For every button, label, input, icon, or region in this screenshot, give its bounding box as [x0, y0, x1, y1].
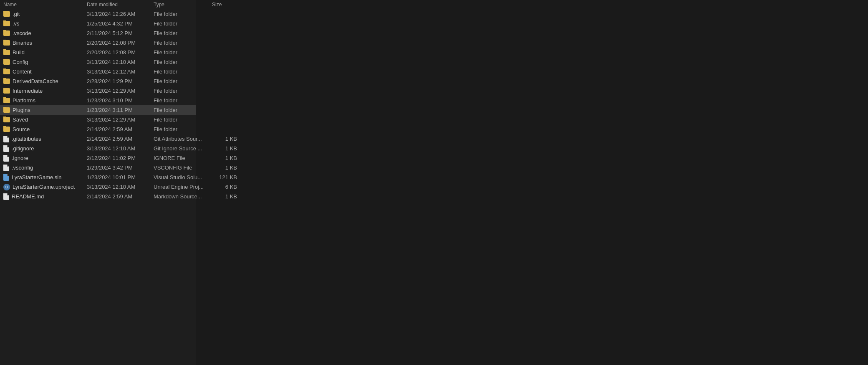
file-type: File folder — [154, 49, 212, 56]
file-type: IGNORE File — [154, 155, 212, 161]
file-name-text: Config — [13, 59, 28, 65]
file-name-text: Platforms — [13, 97, 35, 104]
file-date: 3/13/2024 12:26 AM — [87, 11, 154, 17]
table-row[interactable]: Source 2/14/2024 2:59 AM File folder — [0, 124, 196, 134]
file-icon — [3, 136, 9, 142]
file-type: Markdown Source... — [154, 193, 212, 200]
table-row[interactable]: LyraStarterGame.sln 1/23/2024 10:01 PM V… — [0, 172, 196, 182]
folder-icon — [3, 21, 10, 26]
file-date: 2/20/2024 12:08 PM — [87, 49, 154, 56]
folder-icon — [3, 50, 10, 55]
file-type: Visual Studio Solu... — [154, 174, 212, 180]
file-date: 1/23/2024 3:11 PM — [87, 107, 154, 113]
file-type: File folder — [154, 11, 212, 17]
file-icon — [3, 165, 9, 171]
file-name: Content — [3, 68, 87, 75]
date-column-header[interactable]: Date modified — [87, 2, 154, 8]
file-name-text: .ignore — [12, 155, 28, 161]
file-date: 1/23/2024 3:10 PM — [87, 97, 154, 104]
file-type: File folder — [154, 117, 212, 123]
file-name: Saved — [3, 117, 87, 123]
table-row[interactable]: Config 3/13/2024 12:10 AM File folder — [0, 57, 196, 67]
folder-icon — [3, 30, 10, 36]
file-date: 3/13/2024 12:10 AM — [87, 184, 154, 190]
table-row[interactable]: Content 3/13/2024 12:12 AM File folder — [0, 67, 196, 76]
folder-icon — [3, 59, 10, 65]
file-type: File folder — [154, 59, 212, 65]
table-row[interactable]: Saved 3/13/2024 12:29 AM File folder — [0, 115, 196, 124]
file-type: File folder — [154, 97, 212, 104]
file-name: .vsconfig — [3, 165, 87, 171]
file-date: 2/14/2024 2:59 AM — [87, 126, 154, 132]
folder-icon — [3, 117, 10, 122]
table-row[interactable]: .git 3/13/2024 12:26 AM File folder — [0, 9, 196, 19]
table-row[interactable]: .vscode 2/11/2024 5:12 PM File folder — [0, 28, 196, 38]
file-name: Intermediate — [3, 88, 87, 94]
table-row[interactable]: Binaries 2/20/2024 12:08 PM File folder — [0, 38, 196, 48]
file-type: File folder — [154, 30, 212, 36]
file-name-text: .gitattributes — [12, 136, 41, 142]
size-column-header[interactable]: Size — [212, 2, 237, 8]
file-size: 1 KB — [212, 155, 237, 161]
file-type: File folder — [154, 107, 212, 113]
table-row[interactable]: Intermediate 3/13/2024 12:29 AM File fol… — [0, 86, 196, 96]
file-size: 121 KB — [212, 174, 237, 180]
table-row[interactable]: .vs 1/25/2024 4:32 PM File folder — [0, 19, 196, 28]
file-type: File folder — [154, 20, 212, 27]
file-date: 3/13/2024 12:10 AM — [87, 145, 154, 152]
name-column-header[interactable]: Name — [3, 2, 87, 8]
file-date: 3/13/2024 12:29 AM — [87, 88, 154, 94]
file-size: 6 KB — [212, 184, 237, 190]
file-type: Unreal Engine Proj... — [154, 184, 212, 190]
unreal-icon: U — [3, 184, 10, 190]
file-name: Source — [3, 126, 87, 132]
table-row[interactable]: Platforms 1/23/2024 3:10 PM File folder — [0, 96, 196, 105]
folder-icon — [3, 79, 10, 84]
folder-icon — [3, 107, 10, 113]
file-name-text: Content — [13, 68, 32, 75]
file-size: 1 KB — [212, 165, 237, 171]
file-size: 1 KB — [212, 193, 237, 200]
folder-icon — [3, 127, 10, 132]
folder-icon — [3, 11, 10, 17]
folder-icon — [3, 98, 10, 103]
file-name-text: DerivedDataCache — [13, 78, 58, 84]
table-row[interactable]: .gitignore 3/13/2024 12:10 AM Git Ignore… — [0, 144, 196, 153]
file-name-text: LyraStarterGame.sln — [12, 174, 61, 180]
folder-icon — [3, 69, 10, 74]
file-name: .git — [3, 11, 87, 17]
file-name-text: .vscode — [13, 30, 31, 36]
file-explorer: Name Date modified Type Size .git 3/13/2… — [0, 0, 196, 365]
table-row[interactable]: .vsconfig 1/29/2024 3:42 PM VSCONFIG Fil… — [0, 163, 196, 172]
file-date: 1/29/2024 3:42 PM — [87, 165, 154, 171]
file-icon — [3, 155, 9, 162]
file-date: 1/25/2024 4:32 PM — [87, 20, 154, 27]
folder-icon — [3, 40, 10, 46]
table-row[interactable]: Build 2/20/2024 12:08 PM File folder — [0, 48, 196, 57]
file-name-text: .vs — [13, 20, 20, 27]
file-name: .gitignore — [3, 145, 87, 152]
file-name-text: Plugins — [13, 107, 30, 113]
file-date: 3/13/2024 12:29 AM — [87, 117, 154, 123]
table-row[interactable]: DerivedDataCache 2/28/2024 1:29 PM File … — [0, 76, 196, 86]
table-row[interactable]: U LyraStarterGame.uproject 3/13/2024 12:… — [0, 182, 196, 192]
file-date: 2/11/2024 5:12 PM — [87, 30, 154, 36]
file-name: U LyraStarterGame.uproject — [3, 184, 87, 190]
table-row[interactable]: .gitattributes 2/14/2024 2:59 AM Git Att… — [0, 134, 196, 144]
file-name: .gitattributes — [3, 136, 87, 142]
file-type: File folder — [154, 68, 212, 75]
file-date: 2/14/2024 2:59 AM — [87, 136, 154, 142]
table-row[interactable]: Plugins 1/23/2024 3:11 PM File folder — [0, 105, 196, 115]
file-list: .git 3/13/2024 12:26 AM File folder .vs … — [0, 9, 196, 201]
file-size: 1 KB — [212, 136, 237, 142]
table-row[interactable]: README.md 2/14/2024 2:59 AM Markdown Sou… — [0, 192, 196, 201]
file-name: LyraStarterGame.sln — [3, 174, 87, 181]
table-row[interactable]: .ignore 2/12/2024 11:02 PM IGNORE File 1… — [0, 153, 196, 163]
file-date: 3/13/2024 12:12 AM — [87, 68, 154, 75]
file-name: Config — [3, 59, 87, 65]
file-type: File folder — [154, 78, 212, 84]
file-name-text: .gitignore — [12, 145, 34, 152]
file-name-text: Intermediate — [13, 88, 43, 94]
file-name: .vs — [3, 20, 87, 27]
type-column-header[interactable]: Type — [154, 2, 212, 8]
